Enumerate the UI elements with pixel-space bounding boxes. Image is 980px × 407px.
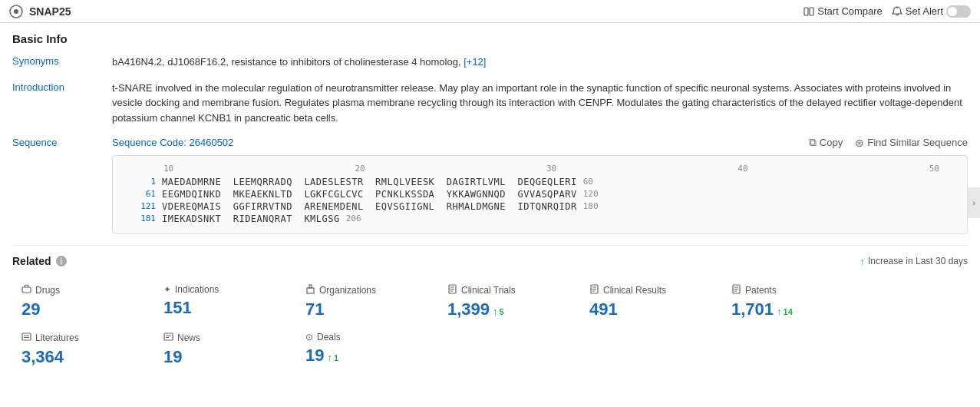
alert-label: Set Alert [906, 5, 943, 17]
compare-icon [803, 6, 814, 17]
introduction-value: t-SNARE involved in the molecular regula… [112, 81, 968, 126]
stat-item-clinical-results[interactable]: Clinical Results 491 [580, 278, 722, 326]
synonyms-label: Synonyms [12, 55, 112, 67]
basic-info-section-title: Basic Info [12, 32, 968, 45]
seq-line-3: 121 VDEREQMAIS GGFIRRVTND ARENEMDENL EQV… [125, 201, 955, 212]
stats-grid: Drugs 29 ✦ Indications 151 Organizations [12, 278, 968, 373]
patents-delta: ↑ 14 [777, 306, 793, 317]
svg-rect-5 [307, 288, 314, 293]
related-header: Related i ↑ Increase in Last 30 days [12, 255, 968, 267]
stat-item-drugs[interactable]: Drugs 29 [12, 278, 154, 326]
sequence-row: Sequence Sequence Code: 26460502 ⧉ Copy … [12, 136, 968, 234]
indications-label: Indications [175, 284, 219, 295]
header-right: Start Compare Set Alert [803, 5, 971, 18]
clinical-trials-value: 1,399 [447, 299, 490, 319]
sequence-ruler: 10 20 30 40 50 [125, 164, 955, 174]
drugs-label: Drugs [35, 285, 60, 296]
clinical-trials-delta-arrow: ↑ [493, 306, 498, 317]
sequence-label: Sequence [12, 136, 112, 148]
stat-item-organizations[interactable]: Organizations 71 [296, 278, 438, 326]
copy-icon: ⧉ [809, 136, 817, 149]
introduction-label: Introduction [12, 81, 112, 93]
news-icon [163, 332, 173, 344]
svg-rect-6 [309, 285, 312, 288]
drugs-icon [21, 284, 31, 296]
deals-label: Deals [317, 332, 341, 342]
increase-arrow-icon: ↑ [860, 256, 865, 267]
svg-rect-4 [22, 287, 31, 293]
news-value: 19 [163, 347, 182, 367]
news-label: News [177, 333, 200, 343]
header-left: SNAP25 [9, 5, 71, 18]
svg-rect-19 [22, 333, 31, 340]
find-similar-icon: ⊛ [855, 137, 864, 149]
alert-toggle[interactable] [946, 5, 971, 18]
stat-item-deals[interactable]: ⊙ Deals 19 ↑ 1 [296, 326, 438, 373]
synonyms-more-link[interactable]: [+12] [464, 56, 486, 68]
app-title: SNAP25 [29, 5, 71, 18]
patents-icon [731, 284, 741, 296]
organizations-label: Organizations [319, 285, 376, 296]
clinical-trials-label: Clinical Trials [461, 285, 516, 296]
literatures-icon [21, 332, 31, 344]
sequence-box: 10 20 30 40 50 1 MAEDADMRNE LEEMQRRADQ L… [112, 155, 968, 234]
clinical-results-label: Clinical Results [603, 285, 666, 296]
start-compare-button[interactable]: Start Compare [803, 5, 883, 17]
section-divider [12, 245, 968, 246]
sequence-content: Sequence Code: 26460502 ⧉ Copy ⊛ Find Si… [112, 136, 968, 234]
compare-label: Start Compare [817, 5, 883, 17]
increase-label: ↑ Increase in Last 30 days [860, 256, 968, 267]
svg-rect-2 [804, 8, 808, 15]
find-similar-button[interactable]: ⊛ Find Similar Sequence [855, 137, 968, 149]
sequence-actions: ⧉ Copy ⊛ Find Similar Sequence [809, 136, 968, 149]
seq-line-1: 1 MAEDADMRNE LEEMQRRADQ LADESLESTR RMLQL… [125, 177, 955, 187]
deals-delta: ↑ 1 [327, 352, 338, 363]
deals-delta-num: 1 [334, 353, 338, 362]
find-similar-label: Find Similar Sequence [867, 137, 968, 148]
sequence-header: Sequence Code: 26460502 ⧉ Copy ⊛ Find Si… [112, 136, 968, 149]
clinical-trials-icon [447, 284, 457, 296]
synonyms-value: bA416N4.2, dJ1068F16.2, resistance to in… [112, 55, 968, 70]
stat-item-clinical-trials[interactable]: Clinical Trials 1,399 ↑ 5 [438, 278, 580, 326]
copy-label: Copy [820, 137, 843, 148]
seq-line-2: 61 EEGMDQINKD MKEAEKNLTD LGKFCGLCVC PCNK… [125, 189, 955, 200]
svg-rect-22 [164, 333, 173, 340]
related-section-title: Related [12, 255, 51, 267]
introduction-row: Introduction t-SNARE involved in the mol… [12, 81, 968, 126]
stat-item-news[interactable]: News 19 [154, 326, 296, 373]
clinical-trials-delta-num: 5 [500, 307, 504, 316]
clinical-results-value: 491 [589, 299, 618, 319]
patents-delta-arrow: ↑ [777, 306, 782, 317]
svg-rect-3 [810, 8, 813, 15]
clinical-results-icon [589, 284, 599, 296]
synonyms-row: Synonyms bA416N4.2, dJ1068F16.2, resista… [12, 55, 968, 70]
stat-item-indications[interactable]: ✦ Indications 151 [154, 278, 296, 326]
deals-delta-arrow: ↑ [327, 352, 332, 363]
stat-item-literatures[interactable]: Literatures 3,364 [12, 326, 154, 373]
patents-label: Patents [745, 285, 777, 296]
app-logo-icon [9, 5, 23, 18]
organizations-icon [305, 284, 315, 296]
literatures-label: Literatures [35, 333, 79, 343]
top-header: SNAP25 Start Compare Set Alert [0, 0, 980, 23]
deals-value: 19 [305, 346, 324, 366]
organizations-value: 71 [305, 299, 324, 319]
related-info-icon[interactable]: i [56, 256, 67, 266]
stat-item-patents[interactable]: Patents 1,701 ↑ 14 [722, 278, 864, 326]
patents-delta-num: 14 [784, 307, 793, 316]
alert-icon [892, 6, 902, 17]
literatures-value: 3,364 [21, 347, 64, 367]
drugs-value: 29 [21, 299, 40, 319]
scroll-right-arrow[interactable]: › [968, 187, 980, 218]
copy-button[interactable]: ⧉ Copy [809, 136, 843, 149]
deals-icon: ⊙ [305, 332, 313, 342]
related-title-group: Related i [12, 255, 67, 267]
sequence-code-link[interactable]: Sequence Code: 26460502 [112, 137, 233, 148]
indications-value: 151 [163, 298, 192, 318]
main-content: Basic Info Synonyms bA416N4.2, dJ1068F16… [0, 23, 980, 382]
seq-line-4: 181 IMEKADSNKT RIDEANQRAT KMLGSG 206 [125, 213, 955, 224]
clinical-trials-delta: ↑ 5 [493, 306, 504, 317]
indications-icon: ✦ [163, 284, 171, 295]
patents-value: 1,701 [731, 299, 774, 319]
set-alert-button[interactable]: Set Alert [892, 5, 971, 18]
